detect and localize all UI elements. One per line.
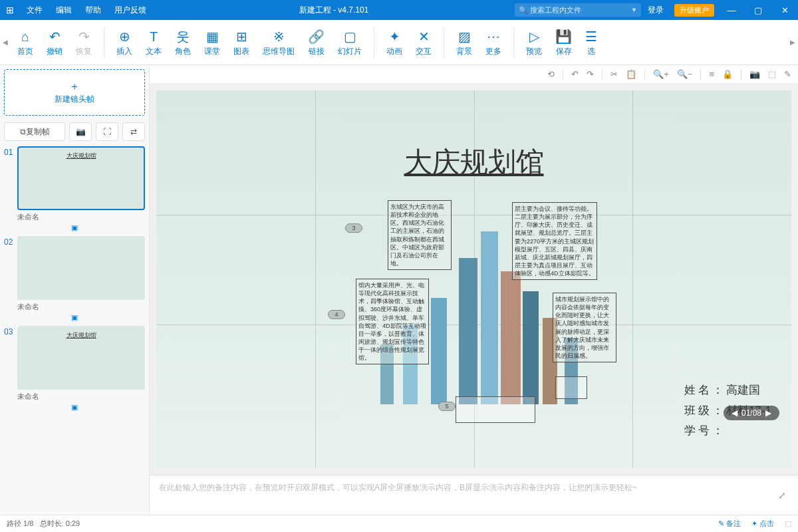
toolbar-背景[interactable]: ▨背景 [450, 25, 479, 60]
thumb-01[interactable]: 01大庆规划馆未命名▣ [4, 146, 145, 232]
toolbar-动画[interactable]: ✦动画 [380, 25, 409, 60]
prev-page-icon[interactable]: ◀ [732, 408, 737, 418]
canvas-tool-11[interactable]: ✎ [784, 69, 791, 79]
status-extra-icon[interactable]: ⬚ [785, 519, 791, 528]
toolbar-label: 插入 [116, 46, 132, 57]
toolbar-图表[interactable]: ⊞图表 [227, 25, 256, 60]
canvas-tool-0[interactable]: ⟲ [547, 69, 555, 79]
menu-edit[interactable]: 编辑 [49, 5, 78, 16]
marker-5: 5 [438, 402, 456, 411]
toolbar-icon: ↶ [49, 27, 61, 46]
toolbar-icon: 웃 [176, 27, 190, 46]
toolbar-label: 恢复 [76, 46, 92, 57]
camera-button[interactable]: 📷 [69, 122, 92, 141]
toolbar-课堂[interactable]: ▦课堂 [198, 25, 227, 60]
toolbar-label: 图表 [233, 46, 249, 57]
canvas-tool-7[interactable]: ≡ [709, 69, 714, 79]
canvas-tool-9[interactable]: 📷 [749, 69, 760, 79]
minimize-button[interactable]: — [718, 5, 745, 15]
thumb-preview [17, 236, 145, 300]
toolbar-scroll-right[interactable]: ▶ [787, 39, 798, 46]
toolbar-icon: ⋯ [487, 27, 500, 46]
toolbar-保存[interactable]: 💾保存 [549, 25, 579, 60]
page-number: 01/08 [741, 408, 761, 418]
menu-file[interactable]: 文件 [20, 5, 49, 16]
thumb-timer-icon: ▣ [4, 313, 145, 322]
toolbar-scroll-left[interactable]: ◀ [0, 39, 11, 46]
slide-title: 大庆规划馆 [404, 144, 544, 181]
toolbar-label: 撤销 [47, 46, 63, 57]
toolbar-链接[interactable]: 🔗链接 [301, 25, 331, 60]
toolbar-首页[interactable]: ⌂首页 [11, 25, 40, 60]
thumb-03[interactable]: 03大庆规划馆未命名▣ [4, 326, 145, 412]
canvas-tool-3[interactable]: ✂ [610, 69, 618, 79]
maximize-button[interactable]: ▢ [745, 5, 771, 15]
notes-placeholder: 在此处输入您的备注内容，在预览时开启双屏模式，可以实现A屏全屏播放演示内容，B屏… [159, 483, 637, 492]
upgrade-button[interactable]: 升级账户 [674, 4, 714, 17]
canvas-tool-6[interactable]: 🔍− [677, 69, 693, 79]
toolbar-icon: ▢ [344, 27, 356, 46]
canvas-tool-5[interactable]: 🔍+ [653, 69, 669, 79]
app-logo: ⊞ [0, 5, 20, 15]
toolbar-交互[interactable]: ✕交互 [409, 25, 438, 60]
canvas[interactable]: 大庆规划馆 东城区为大庆市的高新技术和企业的地区。西城区为石油化工的主展区，石油… [150, 84, 798, 475]
toolbar-label: 课堂 [204, 46, 220, 57]
page-indicator[interactable]: ◀ 01/08 ▶ [724, 406, 779, 420]
thumb-label: 未命名 [17, 212, 145, 222]
toolbar-label: 交互 [416, 46, 432, 57]
close-button[interactable]: ✕ [771, 5, 798, 15]
toolbar-幻灯片[interactable]: ▢幻灯片 [331, 25, 368, 60]
toolbar-icon: ⊕ [119, 27, 130, 46]
new-frame-button[interactable]: ＋ 新建镜头帧 [4, 69, 145, 116]
status-remark[interactable]: ✎ 备注 [718, 519, 741, 529]
toolbar-恢复[interactable]: ↷恢复 [69, 25, 98, 60]
path-status: 路径 1/8 [7, 519, 33, 529]
menu-feedback[interactable]: 用户反馈 [108, 5, 153, 16]
expand-notes-icon[interactable]: ⤢ [778, 490, 786, 501]
notes-panel[interactable]: 在此处输入您的备注内容，在预览时开启双屏模式，可以实现A屏全屏播放演示内容，B屏… [150, 475, 798, 515]
canvas-tool-1[interactable]: ↶ [571, 69, 579, 79]
thumb-preview: 大庆规划馆 [17, 146, 145, 210]
thumb-number: 01 [4, 146, 17, 157]
toolbar-label: 幻灯片 [338, 46, 362, 57]
callout-1: 层主要为会议、接待等功能。二层主要为展示部分，分为序厅、印象大庆、历史变迁、成就… [512, 202, 597, 280]
copy-frame-button[interactable]: ⧉ 复制帧 [4, 122, 65, 141]
toolbar-label: 链接 [309, 46, 325, 57]
scan-button[interactable]: ⛶ [96, 122, 118, 141]
toolbar-文本[interactable]: T文本 [139, 25, 168, 60]
toolbar-icon: ※ [273, 27, 285, 46]
toolbar-撤销[interactable]: ↶撤销 [40, 25, 69, 60]
menu-help[interactable]: 帮助 [78, 5, 108, 16]
thumb-timer-icon: ▣ [4, 223, 145, 232]
canvas-tool-2[interactable]: ↷ [587, 69, 594, 79]
toolbar-角色[interactable]: 웃角色 [168, 25, 198, 60]
status-click[interactable]: ✦ 点击 [751, 519, 774, 529]
toolbar-icon: 🔗 [308, 27, 325, 46]
toolbar-icon: T [150, 27, 158, 46]
toolbar-icon: ↷ [78, 27, 90, 46]
thumb-number: 02 [4, 236, 17, 247]
toolbar-icon: ⌂ [21, 27, 29, 46]
search-input[interactable]: 🔍 搜索工程内文件 ▼ [515, 3, 641, 17]
login-link[interactable]: 登录 [641, 5, 670, 16]
canvas-tool-10[interactable]: ⬚ [768, 69, 776, 79]
swap-button[interactable]: ⇄ [122, 122, 145, 141]
toolbar-label: 动画 [386, 46, 402, 57]
thumb-label: 未命名 [17, 392, 145, 402]
search-icon: 🔍 [519, 6, 528, 15]
toolbar-插入[interactable]: ⊕插入 [110, 25, 139, 60]
statusbar: 路径 1/8 总时长: 0:29 ✎ 备注 ✦ 点击 ⬚ [0, 515, 798, 532]
toolbar-更多[interactable]: ⋯更多 [479, 25, 508, 60]
thumb-preview: 大庆规划馆 [17, 326, 145, 390]
toolbar-选[interactable]: ☰选 [579, 25, 604, 60]
toolbar-icon: 💾 [555, 27, 572, 46]
canvas-tool-8[interactable]: 🔒 [722, 69, 733, 79]
search-placeholder: 搜索工程内文件 [530, 5, 581, 15]
canvas-tool-4[interactable]: 📋 [626, 69, 636, 79]
callout-0: 东城区为大庆市的高新技术和企业的地区。西城区为石油化工的主展区，石油的抽取和炼制… [388, 200, 452, 270]
toolbar-思维导图[interactable]: ※思维导图 [256, 25, 301, 60]
toolbar-预览[interactable]: ▷预览 [519, 25, 549, 60]
next-page-icon[interactable]: ▶ [765, 408, 771, 418]
toolbar-icon: ☰ [585, 27, 597, 46]
thumb-02[interactable]: 02未命名▣ [4, 236, 145, 322]
